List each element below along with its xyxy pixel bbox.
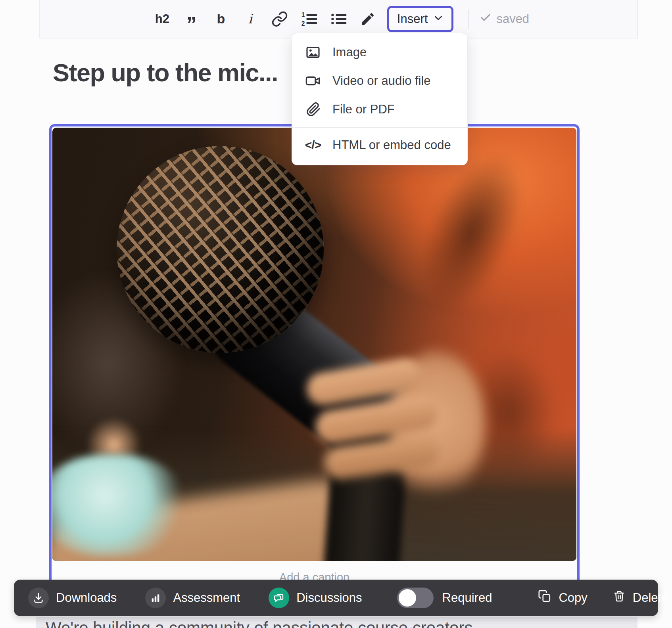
insert-menu-item-file[interactable]: File or PDF [292, 95, 467, 124]
delete-label: Delete [633, 591, 668, 605]
code-icon: </> [304, 138, 322, 152]
save-status: saved [480, 11, 529, 27]
discussions-chat-icon [269, 588, 289, 608]
check-icon [480, 11, 492, 27]
photo-bokeh [52, 455, 185, 556]
downloads-label: Downloads [56, 591, 117, 605]
next-content-strip: We're building a community of passionate… [36, 617, 637, 628]
video-icon [304, 73, 322, 89]
insert-button[interactable]: Insert [387, 6, 454, 32]
copy-button[interactable]: Copy [538, 590, 587, 606]
toggle-knob [399, 589, 416, 607]
bold-button[interactable]: b [206, 6, 236, 32]
copy-label: Copy [559, 591, 587, 605]
link-button[interactable] [265, 6, 294, 32]
blockquote-button[interactable]: ” [177, 1, 206, 37]
insert-menu: Image Video or audio file File or PDF </… [292, 33, 468, 165]
selected-image-block[interactable] [49, 124, 580, 598]
insert-menu-item-label: File or PDF [332, 102, 395, 117]
lesson-editor: h2 ” b i 1 2 [0, 0, 672, 628]
paperclip-icon [304, 101, 322, 117]
assessment-button[interactable]: Assessment [145, 588, 240, 608]
assessment-label: Assessment [173, 591, 240, 605]
link-icon [271, 11, 288, 27]
delete-button[interactable]: Delete [613, 590, 668, 606]
ordered-list-icon: 1 2 [300, 10, 318, 28]
image-icon [304, 44, 322, 60]
insert-menu-item-label: HTML or embed code [332, 138, 451, 152]
lesson-title[interactable]: Step up to the mic... [53, 58, 278, 87]
toolbar-divider [468, 9, 469, 29]
svg-text:1: 1 [301, 11, 305, 18]
insert-menu-item-html[interactable]: </> HTML or embed code [292, 131, 467, 159]
svg-text:2: 2 [301, 20, 305, 27]
heading2-button[interactable]: h2 [148, 6, 177, 32]
italic-button[interactable]: i [236, 6, 265, 32]
lesson-action-bar: Downloads Assessment Discussions [14, 580, 658, 616]
photo-bg-blur [398, 138, 544, 327]
required-toggle[interactable] [397, 588, 434, 608]
download-icon [28, 588, 49, 608]
required-toggle-group: Required [397, 588, 500, 608]
bullet-list-button[interactable] [324, 6, 353, 32]
discussions-button[interactable]: Discussions [269, 588, 362, 608]
photo-mic-grille [117, 146, 324, 353]
microphone-photo[interactable] [52, 128, 576, 561]
discussions-label: Discussions [296, 591, 362, 605]
insert-menu-item-label: Video or audio file [332, 74, 431, 88]
ordered-list-button[interactable]: 1 2 [294, 6, 324, 32]
copy-icon [538, 590, 551, 606]
body-paragraph[interactable]: We're building a community of passionate… [46, 618, 472, 628]
downloads-button[interactable]: Downloads [28, 588, 117, 608]
highlight-button[interactable] [353, 6, 382, 32]
insert-menu-item-video[interactable]: Video or audio file [292, 67, 467, 95]
insert-menu-divider [292, 127, 467, 128]
insert-button-label: Insert [397, 12, 428, 26]
chevron-down-icon [433, 12, 444, 26]
save-status-label: saved [496, 12, 529, 26]
required-label: Required [442, 591, 492, 605]
insert-menu-item-label: Image [332, 45, 367, 59]
insert-menu-item-image[interactable]: Image [292, 38, 467, 67]
trash-icon [613, 590, 626, 606]
bar-chart-icon [145, 588, 166, 608]
bullet-list-icon [330, 10, 347, 28]
pencil-icon [360, 11, 376, 27]
